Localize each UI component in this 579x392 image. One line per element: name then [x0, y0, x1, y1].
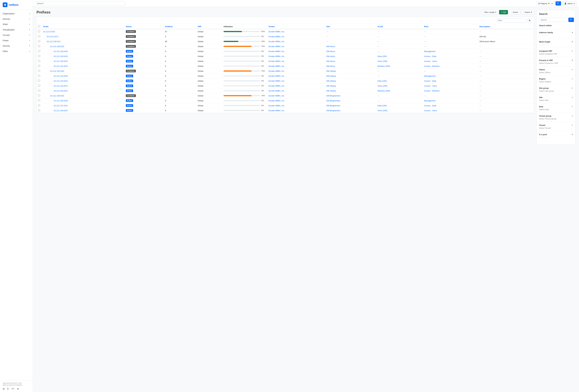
present-vrf-value[interactable]: Select Present in VRF: [539, 62, 573, 64]
add-button[interactable]: + Add: [499, 10, 508, 14]
tenant-value[interactable]: Select Tenant: [539, 127, 573, 129]
vlan-link[interactable]: Data (100): [377, 55, 387, 57]
site-link[interactable]: DM-Albany: [326, 90, 336, 92]
prefix-link[interactable]: 10.112.0.0/15: [43, 31, 55, 33]
role-link[interactable]: Access - Voice: [424, 60, 437, 62]
row-checkbox[interactable]: [38, 75, 40, 77]
site-link[interactable]: DM-Binghamton: [326, 100, 340, 102]
tenant-link[interactable]: Dunder-Mifflin, Inc.: [268, 55, 285, 57]
row-checkbox[interactable]: [38, 109, 40, 111]
role-link[interactable]: Management: [424, 100, 435, 102]
row-checkbox[interactable]: [38, 80, 40, 82]
col-description[interactable]: Description: [478, 24, 534, 29]
tenant-link[interactable]: Dunder-Mifflin, Inc.: [268, 40, 285, 43]
tenant-group-label[interactable]: Tenant group +: [539, 115, 573, 117]
col-role[interactable]: Role: [423, 24, 478, 29]
site-link[interactable]: DM-Akron: [326, 50, 335, 53]
row-checkbox[interactable]: [38, 90, 40, 92]
topbar-search-input[interactable]: [37, 2, 123, 5]
vlan-link[interactable]: Voice (200): [377, 60, 387, 62]
prefix-link[interactable]: 10.112.134.0/24: [54, 85, 68, 87]
address-family-chevron[interactable]: ▾: [572, 31, 573, 34]
sidebar-item-secrets[interactable]: Secrets▾: [0, 43, 33, 49]
prefix-link[interactable]: 10.112.136.0/28: [54, 100, 68, 102]
role-label[interactable]: Role +: [539, 105, 573, 108]
prefix-link[interactable]: 10.112.137.0/24: [54, 105, 68, 107]
tenant-link[interactable]: Dunder-Mifflin, Inc.: [268, 85, 285, 87]
tenant-link[interactable]: Dunder-Mifflin, Inc.: [268, 90, 285, 92]
vlan-link[interactable]: Data (100): [377, 80, 387, 82]
region-value[interactable]: Select Region: [539, 81, 573, 83]
site-link[interactable]: DM-Albany: [326, 70, 336, 72]
assigned-vrf-plus[interactable]: +: [572, 50, 573, 52]
prefix-link[interactable]: 10.112.0.0/17: [47, 35, 59, 38]
row-checkbox[interactable]: [38, 30, 40, 32]
is-pool-chevron[interactable]: ▾: [572, 133, 573, 136]
code-json-icon[interactable]: {}: [7, 387, 9, 390]
prefix-link[interactable]: 10.112.138.0/24: [54, 110, 68, 112]
role-link[interactable]: Management: [424, 75, 435, 77]
region-plus[interactable]: +: [572, 78, 573, 80]
role-link[interactable]: Access - Voice: [424, 110, 437, 112]
max-length-button[interactable]: Max Length ▾: [483, 10, 498, 14]
col-prefix[interactable]: Prefix: [42, 24, 124, 29]
site-value[interactable]: Select Site: [539, 99, 573, 101]
tenant-link[interactable]: Dunder-Mifflin, Inc.: [268, 35, 285, 38]
sidebar-item-organization[interactable]: Organization▾: [0, 11, 33, 16]
tenant-link[interactable]: Dunder-Mifflin, Inc.: [268, 110, 285, 112]
row-checkbox[interactable]: [38, 55, 40, 57]
row-checkbox[interactable]: [38, 99, 40, 101]
col-vlan[interactable]: VLAN: [376, 24, 423, 29]
site-label[interactable]: Site +: [539, 96, 573, 99]
row-checkbox[interactable]: [38, 65, 40, 67]
site-link[interactable]: DM-Akron: [326, 60, 335, 62]
globe-icon[interactable]: ⊕: [17, 387, 19, 390]
col-children[interactable]: Children: [163, 24, 196, 29]
col-vrf[interactable]: VRF: [196, 24, 222, 29]
status-label[interactable]: Status +: [539, 68, 573, 71]
site-link[interactable]: DM-Akron: [326, 55, 335, 57]
prefix-link[interactable]: 10.112.135.0/24: [54, 90, 68, 92]
sidebar-item-power[interactable]: Power▾: [0, 38, 33, 43]
tenant-link[interactable]: Dunder-Mifflin, Inc.: [268, 65, 285, 67]
sidebar-item-virtualization[interactable]: Virtualization▾: [0, 27, 33, 32]
admin-menu-button[interactable]: 👤 admin ▾: [562, 1, 577, 6]
table-filter-input[interactable]: [496, 18, 526, 22]
tenant-link[interactable]: Dunder-Mifflin, Inc.: [268, 105, 285, 107]
role-link[interactable]: Access - Wireless: [424, 90, 439, 92]
prefix-link[interactable]: 10.112.128.0/22: [50, 45, 64, 48]
all-objects-button[interactable]: All Objects ▼ | ▾: [536, 1, 554, 6]
site-group-plus[interactable]: +: [572, 87, 573, 89]
export-button[interactable]: ↓ Export ▾: [521, 10, 534, 14]
row-checkbox[interactable]: [38, 45, 40, 47]
prefix-link[interactable]: 10.112.130.0/24: [54, 60, 68, 62]
tenant-label[interactable]: Tenant +: [539, 124, 573, 126]
prefix-link[interactable]: 10.112.132.0/28: [54, 75, 68, 77]
present-vrf-label[interactable]: Present in VRF ▾: [539, 59, 573, 61]
present-vrf-chevron[interactable]: ▾: [572, 59, 573, 61]
col-status[interactable]: Status: [124, 24, 163, 29]
tenant-group-value[interactable]: Select Tenant group: [539, 118, 573, 120]
assigned-vrf-value[interactable]: Select Assigned VRF: [539, 53, 573, 55]
role-plus[interactable]: +: [572, 105, 573, 108]
row-checkbox[interactable]: [38, 85, 40, 87]
filter-settings-button[interactable]: ⚙: [527, 18, 532, 22]
mask-length-label[interactable]: Mask length ▾: [539, 41, 573, 43]
site-plus[interactable]: +: [572, 96, 573, 99]
row-checkbox[interactable]: [38, 60, 40, 62]
prefix-link[interactable]: 10.112.128.0/28: [54, 50, 68, 53]
role-link[interactable]: Access - Wireless: [424, 65, 439, 67]
vlan-link[interactable]: Data (100): [377, 105, 387, 107]
sidebar-item-circuits[interactable]: Circuits▾: [0, 32, 33, 38]
site-link[interactable]: DM-Akron: [326, 45, 335, 48]
filter-search-button[interactable]: 🔍: [568, 18, 574, 22]
site-link[interactable]: DM-Binghamton: [326, 110, 340, 112]
tenant-group-plus[interactable]: +: [572, 115, 573, 117]
tenant-link[interactable]: Dunder-Mifflin, Inc.: [268, 50, 285, 53]
vlan-link[interactable]: Voice (200): [377, 85, 387, 87]
vlan-link[interactable]: Wireless (300): [377, 90, 390, 92]
tenant-plus[interactable]: +: [572, 124, 573, 126]
grid-icon[interactable]: ⊞: [3, 387, 5, 390]
sidebar-item-other[interactable]: Other▾: [0, 49, 33, 54]
mask-length-chevron[interactable]: ▾: [572, 41, 573, 43]
